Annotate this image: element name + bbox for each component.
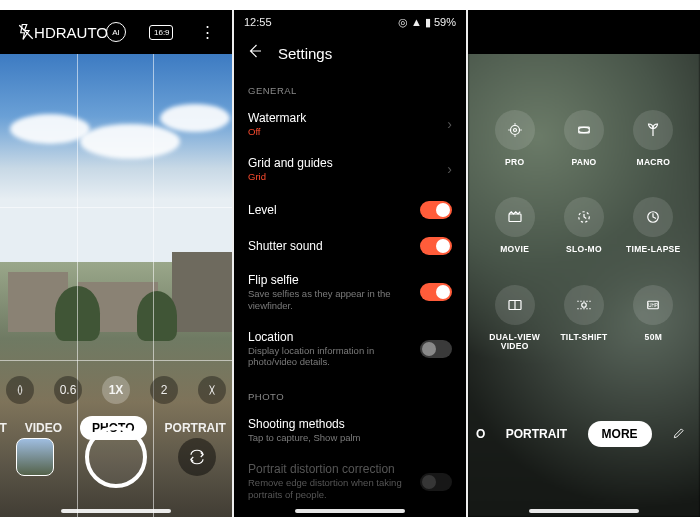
setting-title: Portrait distortion correction: [248, 462, 418, 476]
setting-location[interactable]: LocationDisplay location information in …: [234, 321, 466, 378]
setting-subtitle: Remove edge distortion when taking portr…: [248, 477, 418, 501]
setting-title: Grid and guides: [248, 156, 333, 170]
mode-label: MOVIE: [500, 245, 529, 254]
setting-subtitle: Grid: [248, 171, 333, 183]
viewfinder[interactable]: 0.6 1X 2 IGHT VIDEO PHOTO PORTRAIT: [0, 54, 232, 517]
hdr-label-top: HDR: [34, 25, 67, 40]
aspect-ratio-toggle[interactable]: 16:9: [147, 18, 175, 46]
nfc-icon: ◎: [398, 16, 408, 29]
toggle[interactable]: [420, 340, 452, 358]
settings-list[interactable]: GENERALWatermarkOff›Grid and guidesGrid›…: [234, 79, 466, 517]
mode-label: MACRO: [637, 158, 671, 167]
chevron-right-icon: ›: [447, 116, 452, 132]
mode-label: TILT-SHIFT: [560, 333, 607, 342]
mode-label: DUAL-VIEWVIDEO: [489, 333, 540, 352]
arrow-left-icon: [246, 42, 264, 60]
mode-strip[interactable]: O PORTRAIT MORE: [468, 421, 700, 447]
wide-lens-icon: [13, 383, 27, 397]
lens-macro-button[interactable]: [6, 376, 34, 404]
tiltshift-icon: [564, 285, 604, 325]
battery-percent: 59%: [434, 16, 456, 28]
gesture-home-indicator[interactable]: [61, 509, 171, 513]
tele-lens-icon: [205, 383, 219, 397]
battery-icon: ▮: [425, 16, 431, 29]
camera-more-modes-screen: PROPANOMACROMOVIESLO-MOTIME-LAPSEDUAL-VI…: [468, 10, 700, 517]
mode-tiltshift[interactable]: TILT-SHIFT: [560, 285, 607, 352]
gesture-home-indicator[interactable]: [529, 509, 639, 513]
toggle[interactable]: [420, 201, 452, 219]
aspect-label: 16:9: [149, 25, 173, 40]
camera-overflow-menu[interactable]: ⋮: [192, 18, 220, 46]
signal-icon: ▲: [411, 16, 422, 28]
shutter-button[interactable]: [85, 426, 147, 488]
pencil-icon: [672, 426, 686, 440]
zoom-2x[interactable]: 2: [150, 376, 178, 404]
dualview-icon: [495, 285, 535, 325]
mode-more[interactable]: MORE: [588, 421, 652, 447]
zoom-controls: 0.6 1X 2: [0, 376, 232, 404]
setting-title: Level: [248, 203, 277, 217]
setting-title: Shooting methods: [248, 417, 360, 431]
zoom-1x[interactable]: 1X: [102, 376, 130, 404]
setting-portrait-distortion-correction[interactable]: Portrait distortion correctionRemove edg…: [234, 453, 466, 510]
setting-subtitle: Display location information in photo/vi…: [248, 345, 418, 369]
mode-pro[interactable]: PRO: [495, 110, 535, 167]
kebab-icon: ⋮: [200, 23, 213, 41]
mode-cutoff[interactable]: O: [476, 427, 485, 441]
status-bar: 12:55 ◎ ▲ ▮ 59%: [234, 10, 466, 34]
mode-movie[interactable]: MOVIE: [495, 197, 535, 254]
pano-icon: [564, 110, 604, 150]
mode-label: PRO: [505, 158, 524, 167]
slomo-icon: [564, 197, 604, 237]
timelapse-icon: [633, 197, 673, 237]
setting-title: Shutter sound: [248, 239, 323, 253]
settings-header: Settings: [234, 34, 466, 79]
camera-settings-screen: 12:55 ◎ ▲ ▮ 59% Settings GENERALWatermar…: [234, 10, 466, 517]
setting-title: Flip selfie: [248, 273, 418, 287]
gesture-home-indicator[interactable]: [295, 509, 405, 513]
movie-icon: [495, 197, 535, 237]
mode-label: TIME-LAPSE: [626, 245, 680, 254]
mode-label: 50M: [645, 333, 662, 342]
lens-tele-button[interactable]: [198, 376, 226, 404]
svg-text:UHP: UHP: [649, 303, 659, 308]
edit-modes-button[interactable]: [672, 426, 686, 443]
mode-uhp[interactable]: UHP50M: [633, 285, 673, 352]
section-label: GENERAL: [234, 79, 466, 102]
chevron-right-icon: ›: [447, 161, 452, 177]
last-photo-thumbnail[interactable]: [16, 438, 54, 476]
zoom-0-6x[interactable]: 0.6: [54, 376, 82, 404]
hdr-toggle[interactable]: HDR AUTO: [57, 18, 85, 46]
setting-shutter-sound[interactable]: Shutter sound: [234, 228, 466, 264]
camera-viewfinder-screen: HDR AUTO AI 16:9 ⋮: [0, 10, 232, 517]
ai-icon: AI: [106, 22, 126, 42]
mode-label: PANO: [571, 158, 596, 167]
mode-timelapse[interactable]: TIME-LAPSE: [626, 197, 680, 254]
svg-point-1: [510, 126, 519, 135]
toggle[interactable]: [420, 237, 452, 255]
svg-point-9: [582, 302, 587, 307]
mode-macro[interactable]: MACRO: [633, 110, 673, 167]
setting-watermark[interactable]: WatermarkOff›: [234, 102, 466, 147]
setting-shooting-methods[interactable]: Shooting methodsTap to capture, Show pal…: [234, 408, 466, 453]
setting-subtitle: Tap to capture, Show palm: [248, 432, 360, 444]
uhp-icon: UHP: [633, 285, 673, 325]
toggle[interactable]: [420, 283, 452, 301]
setting-subtitle: Off: [248, 126, 306, 138]
setting-level[interactable]: Level: [234, 192, 466, 228]
mode-slomo[interactable]: SLO-MO: [564, 197, 604, 254]
setting-grid-and-guides[interactable]: Grid and guidesGrid›: [234, 147, 466, 192]
setting-title: Location: [248, 330, 418, 344]
back-button[interactable]: [246, 42, 264, 65]
setting-title: Watermark: [248, 111, 306, 125]
mode-label: SLO-MO: [566, 245, 602, 254]
mode-dualview[interactable]: DUAL-VIEWVIDEO: [489, 285, 540, 352]
mode-portrait[interactable]: PORTRAIT: [506, 427, 567, 441]
ai-scene-toggle[interactable]: AI: [102, 18, 130, 46]
switch-camera-button[interactable]: [178, 438, 216, 476]
shutter-area: [0, 407, 232, 507]
setting-flip-selfie[interactable]: Flip selfieSave selfies as they appear i…: [234, 264, 466, 321]
status-time: 12:55: [244, 16, 272, 28]
mode-pano[interactable]: PANO: [564, 110, 604, 167]
mode-grid: PROPANOMACROMOVIESLO-MOTIME-LAPSEDUAL-VI…: [468, 110, 700, 351]
